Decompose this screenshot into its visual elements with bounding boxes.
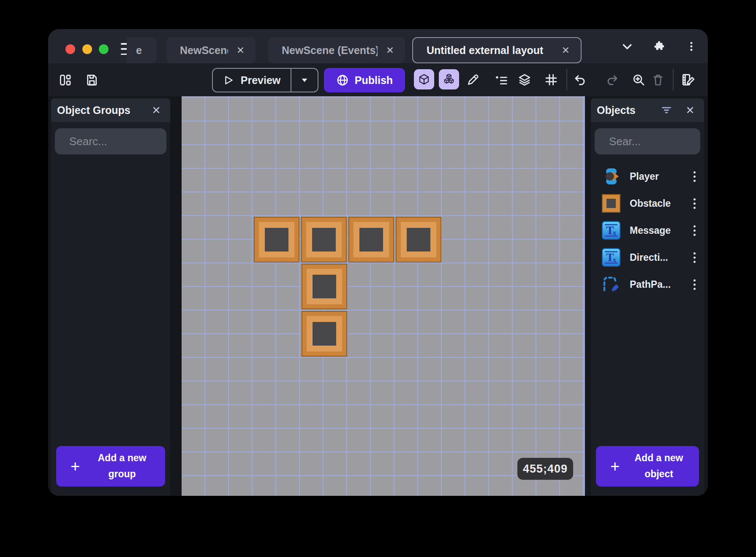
search-input[interactable] <box>69 135 170 148</box>
tab-label: NewScene <box>166 44 228 57</box>
preview-button[interactable]: Preview <box>212 68 318 92</box>
object-name: Message <box>630 225 691 236</box>
svg-text:x: x <box>613 256 616 263</box>
object-groups-header: Object Groups ✕ <box>51 98 170 122</box>
object-menu-icon[interactable] <box>691 169 698 184</box>
workspace: Object Groups ✕ + Add a new group 455;40… <box>48 96 708 496</box>
obstacle-icon <box>602 194 620 213</box>
add-object-button[interactable]: + Add a new object <box>596 446 699 487</box>
edit-scene-events-icon[interactable] <box>681 73 696 87</box>
panels-layout-icon[interactable] <box>58 73 72 87</box>
object-name: PathPa... <box>630 279 691 290</box>
object-name: Obstacle <box>630 198 691 209</box>
close-icon[interactable]: ✕ <box>553 45 581 56</box>
save-icon[interactable] <box>84 73 99 87</box>
window-minimize-button[interactable] <box>82 44 92 54</box>
tab-clipped[interactable]: e <box>127 37 157 63</box>
undo-icon[interactable] <box>573 73 587 87</box>
tab-label: e <box>127 44 142 57</box>
app-window: e NewScene ✕ NewScene (Events) ✕ Untitle… <box>48 29 708 496</box>
object-groups-search[interactable] <box>55 128 166 154</box>
tab-newscene[interactable]: NewScene ✕ <box>166 37 256 63</box>
object-menu-icon[interactable] <box>691 250 698 265</box>
text-object-icon: Tx <box>602 248 620 267</box>
tab-label: NewScene (Events) <box>268 44 378 57</box>
obstacle-instance[interactable] <box>301 217 347 262</box>
zoom-in-icon[interactable] <box>631 73 646 87</box>
object-name: Directi... <box>630 252 691 263</box>
tab-untitled-external-layout[interactable]: Untitled external layout ✕ <box>412 37 582 63</box>
cubes-icon <box>442 73 456 86</box>
object-row-obstacle[interactable]: Obstacle <box>591 190 704 217</box>
window-close-button[interactable] <box>65 44 75 54</box>
publish-label: Publish <box>355 74 393 87</box>
filter-icon[interactable] <box>660 104 673 116</box>
preview-dropdown-button[interactable] <box>291 69 318 92</box>
obstacle-instance[interactable] <box>302 264 347 309</box>
object-groups-panel: Object Groups ✕ + Add a new group <box>51 98 170 496</box>
objects-panel: Objects ✕ Player <box>591 98 704 496</box>
object-row-pathpaint[interactable]: PathPa... <box>591 271 704 298</box>
instances-editor-button[interactable] <box>439 69 459 89</box>
close-icon[interactable]: ✕ <box>228 45 256 56</box>
object-menu-icon[interactable] <box>691 196 698 211</box>
window-zoom-button[interactable] <box>99 44 109 54</box>
obstacle-instance[interactable] <box>254 217 299 262</box>
toggle-3d-view-button[interactable] <box>414 69 434 89</box>
redo-icon[interactable] <box>605 73 620 87</box>
cube-3d-icon <box>418 73 430 86</box>
close-icon[interactable]: ✕ <box>378 45 405 56</box>
canvas[interactable]: 455;409 <box>182 96 585 496</box>
path-paint-icon <box>602 275 620 294</box>
panel-title: Objects <box>597 104 636 116</box>
globe-icon <box>336 74 349 87</box>
object-menu-icon[interactable] <box>691 277 698 292</box>
objects-list: Player Obstacle Tx Message <box>591 163 704 298</box>
caret-down-icon <box>300 76 309 85</box>
more-menu-icon[interactable] <box>684 39 699 54</box>
svg-text:x: x <box>613 229 616 236</box>
add-group-button[interactable]: + Add a new group <box>56 446 165 487</box>
preview-label: Preview <box>241 74 281 87</box>
object-name: Player <box>630 171 691 182</box>
obstacle-instance[interactable] <box>348 217 394 262</box>
plus-icon: + <box>64 457 87 476</box>
play-icon <box>223 75 234 86</box>
chevron-down-icon[interactable] <box>620 39 634 54</box>
trash-icon[interactable] <box>651 73 665 87</box>
objects-search[interactable] <box>595 128 700 154</box>
object-row-direction[interactable]: Tx Directi... <box>591 244 704 271</box>
divider <box>566 69 567 91</box>
object-row-message[interactable]: Tx Message <box>591 217 704 244</box>
close-icon[interactable]: ✕ <box>150 104 163 116</box>
add-object-label: Add a new object <box>626 450 691 482</box>
divider <box>673 69 674 91</box>
player-icon <box>602 167 620 186</box>
obstacle-instance[interactable] <box>302 311 347 357</box>
layers-icon[interactable] <box>517 73 532 87</box>
text-object-icon: Tx <box>602 221 620 240</box>
objects-header: Objects ✕ <box>591 98 704 122</box>
search-input[interactable] <box>609 135 704 148</box>
panel-title: Object Groups <box>57 104 131 116</box>
pencil-edit-icon[interactable] <box>466 73 480 87</box>
tab-newscene-events[interactable]: NewScene (Events) ✕ <box>268 37 405 63</box>
cursor-coordinates-badge: 455;409 <box>517 458 573 480</box>
publish-button[interactable]: Publish <box>324 68 405 92</box>
instances-list-icon[interactable] <box>494 73 508 87</box>
extensions-puzzle-icon[interactable] <box>652 39 666 54</box>
object-row-player[interactable]: Player <box>591 163 704 190</box>
obstacle-instance[interactable] <box>396 217 441 262</box>
grid-icon[interactable] <box>544 73 558 87</box>
plus-icon: + <box>604 457 626 476</box>
toolbar: Preview Publish <box>48 63 708 96</box>
titlebar: e NewScene ✕ NewScene (Events) ✕ Untitle… <box>48 29 708 63</box>
close-icon[interactable]: ✕ <box>684 104 696 116</box>
tab-label: Untitled external layout <box>413 44 543 57</box>
object-menu-icon[interactable] <box>691 223 698 238</box>
add-group-label: Add a new group <box>87 450 158 482</box>
